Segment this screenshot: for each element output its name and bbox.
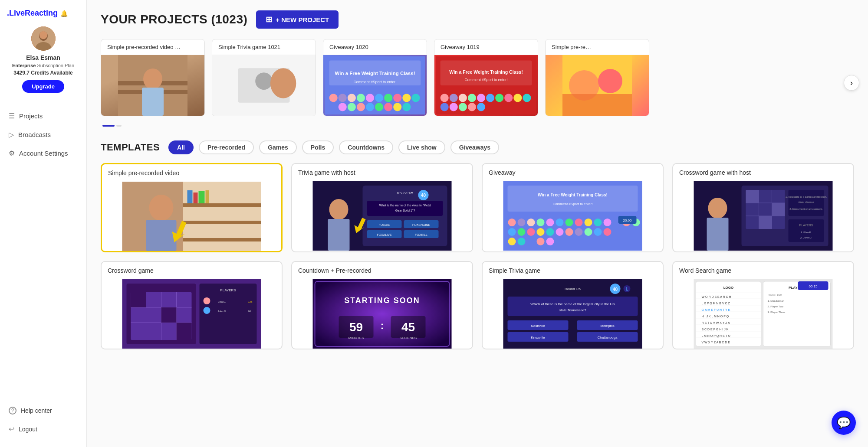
- svg-point-32: [357, 103, 365, 111]
- upgrade-button[interactable]: Upgrade: [22, 80, 64, 93]
- svg-text:Nashville: Nashville: [531, 324, 545, 328]
- templates-title: TEMPLATES: [101, 142, 160, 153]
- svg-rect-67: [187, 190, 193, 203]
- svg-text:1. Elsa E.: 1. Elsa E.: [801, 231, 812, 234]
- filter-polls-button[interactable]: Polls: [302, 140, 334, 154]
- svg-point-20: [339, 94, 347, 102]
- svg-rect-131: [707, 218, 729, 251]
- projects-scroll-area[interactable]: Simple pre-recorded video …: [101, 39, 854, 121]
- svg-text:Win a Free Weight Training Cla: Win a Free Weight Training Class!: [449, 69, 523, 75]
- svg-point-123: [518, 238, 526, 245]
- svg-text:LOGO: LOGO: [723, 286, 734, 290]
- logo[interactable]: .LiveReacting 🔔: [0, 9, 75, 18]
- main-nav: ☰ Projects ▷ Broadcasts ⚙ Account Settin…: [0, 107, 86, 163]
- svg-text:Round 1/5: Round 1/5: [397, 191, 413, 195]
- sidebar: .LiveReacting 🔔 Elsa Esman Enterprise Su…: [0, 0, 87, 447]
- project-thumbnail: Win a Free Weight Training Class! Commen…: [323, 55, 427, 116]
- svg-text:40: 40: [421, 193, 426, 198]
- scroll-dot: [116, 125, 122, 127]
- svg-point-120: [594, 228, 602, 236]
- project-card[interactable]: Giveaway 1019 Win a Free Weight Training…: [434, 39, 538, 116]
- svg-point-124: [527, 238, 535, 245]
- sidebar-item-account-settings[interactable]: ⚙ Account Settings: [0, 144, 86, 163]
- svg-point-107: [604, 219, 612, 226]
- project-card[interactable]: Simple pre-recorded video …: [101, 39, 205, 116]
- page-header: YOUR PROJECTS (1023) ⊞ + NEW PROJECT: [101, 10, 854, 29]
- svg-rect-72: [146, 220, 177, 251]
- filter-games-button[interactable]: Games: [259, 140, 297, 154]
- svg-text:Memphis: Memphis: [600, 324, 614, 328]
- project-card[interactable]: Simple Trivia game 1021: [212, 39, 316, 116]
- filter-countdowns-button[interactable]: Countdowns: [339, 140, 393, 154]
- svg-point-162: [204, 297, 210, 304]
- settings-icon: ⚙: [9, 149, 15, 157]
- scroll-right-button[interactable]: ›: [844, 75, 859, 91]
- projects-section: Simple pre-recorded video …: [101, 39, 854, 127]
- svg-point-75: [329, 199, 349, 220]
- svg-rect-10: [142, 88, 164, 116]
- credits-available: 3429.7 Credits Available: [13, 70, 73, 76]
- svg-point-42: [441, 94, 449, 102]
- chat-icon: 💬: [837, 416, 851, 430]
- help-center-item[interactable]: ? Help center: [0, 401, 86, 420]
- svg-text:00:15: 00:15: [809, 284, 818, 288]
- template-card-trivia[interactable]: Trivia game with host Round 1/5 40 What: [291, 163, 473, 252]
- filter-giveaways-button[interactable]: Giveaways: [450, 140, 499, 154]
- logo-text: .LiveReacting: [7, 9, 58, 18]
- svg-point-55: [468, 103, 476, 111]
- chat-button[interactable]: 💬: [832, 411, 856, 435]
- project-card-title: Giveaway 1019: [434, 39, 538, 55]
- logout-icon: ↩: [9, 425, 14, 433]
- template-card-countdown[interactable]: Countdown + Pre-recorded STARTING SOON: [291, 261, 473, 349]
- svg-rect-69: [199, 191, 205, 203]
- new-project-button[interactable]: ⊞ + NEW PROJECT: [256, 10, 339, 29]
- project-thumbnail: [101, 55, 204, 116]
- svg-text:SECONDS: SECONDS: [400, 336, 417, 340]
- templates-section: TEMPLATES All Pre-recorded Games Polls C…: [101, 140, 854, 349]
- svg-rect-157: [131, 292, 146, 307]
- svg-rect-140: [759, 216, 772, 229]
- svg-text:L: L: [625, 287, 628, 291]
- svg-point-126: [546, 238, 554, 245]
- svg-point-97: [508, 219, 516, 226]
- template-thumbnail: STARTING SOON 59 MINUTES : 45 SECONDS: [292, 279, 472, 349]
- svg-point-21: [348, 94, 356, 102]
- template-card-simple-trivia[interactable]: Simple Trivia game Round 1/5 40 Which of…: [482, 261, 664, 349]
- template-card-giveaway[interactable]: Giveaway Win a Free Weight Training Clas…: [482, 163, 664, 252]
- scroll-dot-active: [102, 125, 115, 127]
- template-card-prerecorded[interactable]: Simple pre-recorded video: [101, 163, 283, 252]
- template-card-crossword-host[interactable]: Crossword game with host: [672, 163, 854, 252]
- project-thumbnail: [212, 55, 316, 116]
- svg-point-106: [594, 219, 602, 226]
- project-card-title: Giveaway 1020: [323, 39, 427, 55]
- logout-item[interactable]: ↩ Logout: [0, 420, 86, 438]
- svg-point-22: [357, 94, 365, 102]
- svg-point-36: [393, 103, 401, 111]
- template-card-word-search[interactable]: Word Search game LOGO: [672, 261, 854, 349]
- avatar: [31, 26, 56, 51]
- sidebar-item-broadcasts-label: Broadcasts: [18, 131, 51, 138]
- project-card[interactable]: Simple pre-re…: [545, 39, 649, 116]
- filter-all-button[interactable]: All: [168, 140, 194, 154]
- filter-prerecorded-button[interactable]: Pre-recorded: [199, 140, 254, 154]
- svg-text:PLAYERS: PLAYERS: [220, 288, 236, 292]
- svg-point-119: [585, 228, 592, 236]
- svg-text:1. Elsa Esman: 1. Elsa Esman: [768, 300, 785, 302]
- svg-point-4: [39, 31, 47, 39]
- svg-point-30: [339, 103, 347, 111]
- template-thumbnail: LOGO W O R D S E A R C H L X P Q M N B V…: [673, 279, 853, 349]
- svg-rect-81: [367, 201, 443, 216]
- sidebar-item-projects[interactable]: ☰ Projects: [0, 107, 86, 125]
- svg-point-130: [708, 198, 727, 219]
- svg-text:FOXDIE: FOXDIE: [378, 223, 390, 226]
- template-card-crossword-game[interactable]: Crossword game: [101, 261, 283, 349]
- svg-point-113: [527, 228, 535, 236]
- svg-point-14: [270, 68, 296, 98]
- project-card[interactable]: Giveaway 1020 Win a Free Weight Training…: [323, 39, 427, 116]
- filter-liveshow-button[interactable]: Live show: [398, 140, 445, 154]
- notification-bell-icon[interactable]: 🔔: [60, 10, 68, 17]
- svg-text:state Tennessee?: state Tennessee?: [559, 308, 586, 312]
- svg-point-44: [459, 94, 467, 102]
- project-card-title: Simple pre-re…: [546, 39, 649, 55]
- sidebar-item-broadcasts[interactable]: ▷ Broadcasts: [0, 125, 86, 144]
